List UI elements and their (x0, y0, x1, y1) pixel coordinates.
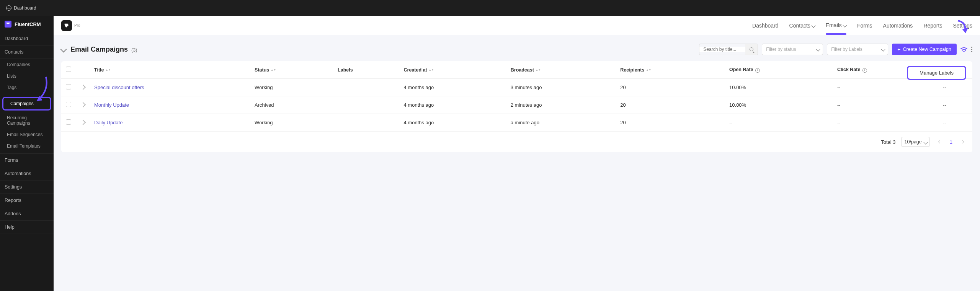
plus-icon: + (897, 47, 900, 52)
cell-recipients: 20 (616, 114, 725, 132)
table-footer: Total 3 10/page 1 (61, 132, 972, 152)
main: Pro Dashboard Contacts Emails Forms Auto… (54, 16, 980, 161)
brand[interactable]: FluentCRM (0, 16, 54, 32)
chevron-right-icon (961, 140, 964, 143)
search-button[interactable] (745, 44, 758, 55)
cell-created: 4 months ago (399, 114, 506, 132)
page-title: Email Campaigns (3) (70, 46, 137, 54)
expand-row-icon[interactable] (80, 102, 86, 107)
kebab-menu-icon[interactable] (971, 47, 972, 52)
sort-icon: ▲▼ (271, 69, 276, 71)
sidebar: FluentCRM Dashboard Contacts Companies L… (0, 16, 54, 161)
info-icon[interactable]: i (755, 68, 760, 73)
globe-icon (6, 5, 11, 11)
topbar-dashboard-label: Dashboard (14, 5, 36, 11)
sidebar-recurring[interactable]: Recurring Campaigns (0, 112, 54, 129)
cell-labels (333, 96, 399, 114)
cell-click: -- (833, 114, 938, 132)
select-all-checkbox[interactable] (66, 67, 71, 72)
info-icon[interactable]: i (862, 68, 867, 73)
page-size-label: 10/page (905, 139, 922, 145)
col-broadcast[interactable]: Broadcast▲▼ (506, 61, 616, 79)
help-graduation-icon[interactable] (960, 46, 967, 53)
brand-icon (5, 21, 11, 28)
app-logo-icon (61, 20, 72, 31)
topbar-dashboard[interactable]: Dashboard (6, 5, 36, 11)
chevron-down-icon (843, 23, 847, 27)
col-title[interactable]: Title▲▼ (90, 61, 250, 79)
wp-admin-bar: Dashboard (0, 0, 980, 16)
cell-click: -- (833, 79, 938, 96)
sidebar-companies[interactable]: Companies (0, 59, 54, 70)
chevron-down-icon (923, 140, 928, 144)
brand-name: FluentCRM (15, 21, 41, 27)
page: Email Campaigns (3) Filter by status Fil… (54, 35, 980, 161)
cell-created: 4 months ago (399, 79, 506, 96)
cell-revenue: -- (938, 114, 972, 132)
sidebar-dashboard[interactable]: Dashboard (0, 32, 54, 46)
sort-icon: ▲▼ (105, 69, 111, 71)
search-input[interactable] (699, 47, 745, 52)
nav-contacts-label: Contacts (789, 23, 810, 29)
nav-automations[interactable]: Automations (883, 23, 913, 29)
row-checkbox[interactable] (66, 119, 71, 125)
col-status[interactable]: Status▲▼ (250, 61, 333, 79)
sidebar-campaigns[interactable]: Campaigns (2, 97, 51, 111)
create-campaign-label: Create New Campaign (903, 47, 951, 52)
sort-icon: ▲▼ (429, 69, 434, 71)
search-icon (750, 47, 753, 51)
cell-recipients: 20 (616, 96, 725, 114)
sidebar-forms[interactable]: Forms (0, 154, 54, 161)
cell-recipients: 20 (616, 79, 725, 96)
nav-emails[interactable]: Emails (826, 22, 846, 29)
nav-reports[interactable]: Reports (923, 23, 942, 29)
prev-page-button[interactable] (935, 137, 944, 146)
sidebar-templates[interactable]: Email Templates (0, 140, 54, 152)
col-created[interactable]: Created at▲▼ (399, 61, 506, 79)
total-label: Total 3 (881, 139, 895, 145)
campaign-title-link[interactable]: Daily Update (94, 120, 122, 125)
nav-contacts[interactable]: Contacts (789, 23, 815, 29)
header: Pro Dashboard Contacts Emails Forms Auto… (54, 16, 980, 35)
pro-label: Pro (74, 23, 80, 28)
create-campaign-button[interactable]: + Create New Campaign (892, 44, 957, 55)
sidebar-sequences[interactable]: Email Sequences (0, 129, 54, 140)
nav-forms[interactable]: Forms (857, 23, 872, 29)
page-title-text: Email Campaigns (70, 46, 128, 53)
nav-settings[interactable]: Settings (953, 23, 972, 29)
sort-icon: ▲▼ (536, 69, 541, 71)
campaigns-table-wrap: Manage Labels Title▲▼ Status▲▼ Labels Cr… (61, 61, 972, 152)
nav-emails-label: Emails (826, 22, 842, 28)
page-count: (3) (131, 47, 137, 53)
col-labels: Labels (333, 61, 399, 79)
nav-dashboard[interactable]: Dashboard (752, 23, 779, 29)
filter-status-select[interactable]: Filter by status (762, 44, 823, 55)
chevron-down-icon (811, 23, 815, 28)
cell-labels (333, 79, 399, 96)
sidebar-contacts[interactable]: Contacts (0, 46, 54, 59)
filter-labels-select[interactable]: Filter by Labels (827, 44, 888, 55)
col-recipients[interactable]: Recipients▲▼ (616, 61, 725, 79)
cell-open: -- (725, 114, 833, 132)
page-size-select[interactable]: 10/page (901, 137, 930, 147)
cell-click: -- (833, 96, 938, 114)
cell-broadcast: 2 minutes ago (506, 96, 616, 114)
manage-labels-popover[interactable]: Manage Labels (907, 66, 966, 80)
page-number[interactable]: 1 (950, 139, 952, 145)
campaign-title-link[interactable]: Monthly Update (94, 102, 129, 108)
cell-open: 10.00% (725, 79, 833, 96)
campaign-title-link[interactable]: Special discount offers (94, 85, 144, 90)
sidebar-lists[interactable]: Lists (0, 70, 54, 82)
cell-created: 4 months ago (399, 96, 506, 114)
next-page-button[interactable] (958, 137, 967, 146)
expand-row-icon[interactable] (80, 120, 86, 125)
row-checkbox[interactable] (66, 84, 71, 89)
cell-status: Archived (250, 96, 333, 114)
cell-broadcast: 3 minutes ago (506, 79, 616, 96)
cell-broadcast: a minute ago (506, 114, 616, 132)
toolbar-right: Filter by status Filter by Labels + Crea… (699, 44, 972, 55)
expand-row-icon[interactable] (80, 85, 86, 90)
row-checkbox[interactable] (66, 102, 71, 107)
collapse-icon[interactable] (60, 46, 67, 53)
sidebar-tags[interactable]: Tags (0, 82, 54, 93)
